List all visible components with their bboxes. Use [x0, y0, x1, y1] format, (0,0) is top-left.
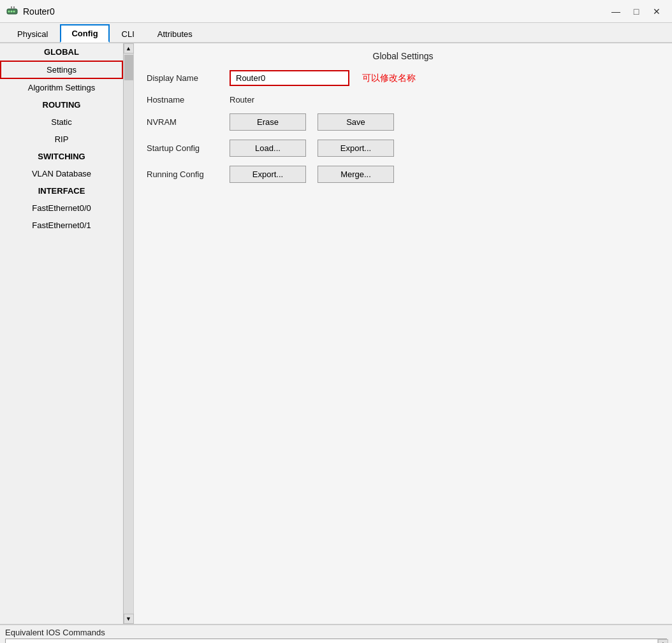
sidebar-section-global: GLOBAL: [0, 43, 123, 61]
sidebar-section-interface: INTERFACE: [0, 182, 123, 199]
minimize-button[interactable]: —: [607, 4, 625, 18]
right-panel: Global Settings Display Name 可以修改名称 Host…: [134, 43, 672, 624]
svg-point-1: [8, 10, 10, 12]
close-button[interactable]: ✕: [648, 4, 666, 18]
nvram-save-button[interactable]: Save: [318, 113, 394, 131]
sidebar-item-fastethernet01[interactable]: FastEthernet0/1: [0, 217, 123, 234]
console-scroll-up[interactable]: ▲: [658, 639, 668, 643]
svg-point-3: [13, 10, 15, 12]
window-title: Router0: [23, 6, 55, 17]
display-name-label: Display Name: [147, 73, 223, 83]
display-name-row: Display Name 可以修改名称: [147, 70, 659, 86]
startup-config-label: Startup Config: [147, 143, 223, 153]
running-config-label: Running Config: [147, 170, 223, 179]
panel-title: Global Settings: [134, 43, 672, 68]
svg-rect-4: [11, 6, 12, 9]
form-area: Display Name 可以修改名称 Hostname Router NVRA…: [134, 68, 672, 194]
scroll-thumb[interactable]: [124, 55, 133, 80]
tab-attributes[interactable]: Attributes: [147, 25, 203, 43]
sidebar-item-settings[interactable]: Settings: [0, 61, 123, 79]
sidebar-item-algorithm-settings[interactable]: Algorithm Settings: [0, 79, 123, 96]
nvram-row: NVRAM Erase Save: [147, 113, 659, 131]
tab-cli[interactable]: CLI: [111, 25, 145, 43]
running-config-row: Running Config Export... Merge...: [147, 166, 659, 183]
startup-export-button[interactable]: Export...: [318, 140, 394, 157]
router-icon: [6, 6, 18, 17]
display-name-annotation: 可以修改名称: [362, 73, 416, 84]
sidebar-item-rip[interactable]: RIP: [0, 131, 123, 148]
svg-rect-5: [13, 6, 15, 9]
title-bar: Router0 — □ ✕: [0, 0, 672, 23]
svg-point-2: [11, 10, 13, 12]
console-wrapper: 255K bytes of non-volatile configuration…: [5, 639, 667, 643]
display-name-input[interactable]: [230, 70, 349, 86]
tab-physical[interactable]: Physical: [6, 25, 59, 43]
startup-load-button[interactable]: Load...: [230, 140, 306, 157]
sidebar-scrollbar[interactable]: ▲ ▼: [123, 43, 133, 624]
sidebar-section-switching: SWITCHING: [0, 148, 123, 165]
sidebar: GLOBAL Settings Algorithm Settings ROUTI…: [0, 43, 134, 624]
nvram-label: NVRAM: [147, 117, 223, 127]
tab-bar: Physical Config CLI Attributes: [0, 23, 672, 43]
tab-config[interactable]: Config: [60, 24, 109, 43]
console-scrollbar[interactable]: ▲ ▼: [657, 639, 666, 643]
sidebar-section-routing: ROUTING: [0, 96, 123, 113]
sidebar-item-vlan-database[interactable]: VLAN Database: [0, 165, 123, 182]
hostname-label: Hostname: [147, 95, 223, 105]
sidebar-items: GLOBAL Settings Algorithm Settings ROUTI…: [0, 43, 123, 624]
running-export-button[interactable]: Export...: [230, 166, 306, 183]
title-bar-controls: — □ ✕: [607, 4, 666, 18]
console-area[interactable]: 255K bytes of non-volatile configuration…: [6, 639, 657, 643]
maximize-button[interactable]: □: [627, 4, 645, 18]
hostname-row: Hostname Router: [147, 95, 659, 105]
main-content: GLOBAL Settings Algorithm Settings ROUTI…: [0, 43, 672, 624]
startup-config-row: Startup Config Load... Export...: [147, 140, 659, 157]
nvram-erase-button[interactable]: Erase: [230, 113, 306, 131]
running-merge-button[interactable]: Merge...: [318, 166, 394, 183]
sidebar-item-static[interactable]: Static: [0, 113, 123, 131]
sidebar-item-fastethernet00[interactable]: FastEthernet0/0: [0, 199, 123, 217]
equivalent-ios-label: Equivalent IOS Commands: [0, 625, 672, 639]
bottom-section: Equivalent IOS Commands 255K bytes of no…: [0, 624, 672, 643]
scroll-down-arrow[interactable]: ▼: [124, 614, 134, 624]
hostname-value: Router: [230, 95, 254, 105]
scroll-up-arrow[interactable]: ▲: [124, 43, 134, 54]
title-bar-left: Router0: [6, 6, 55, 17]
